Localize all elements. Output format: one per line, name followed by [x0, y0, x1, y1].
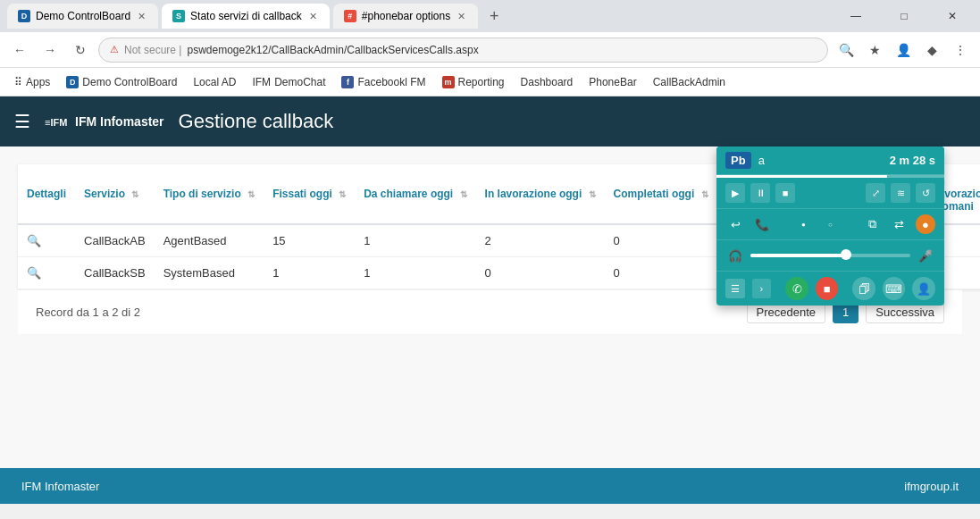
- pb-expand-icon[interactable]: ⤢: [866, 183, 885, 203]
- bookmark-star-icon[interactable]: ★: [862, 38, 887, 63]
- pb-arrow-icon[interactable]: ›: [752, 279, 772, 298]
- logo-text: IFM Infomaster: [75, 114, 164, 129]
- bookmark-demo-controlboard[interactable]: D Demo ControlBoard: [59, 73, 184, 91]
- extension-icon[interactable]: ◆: [919, 38, 944, 63]
- search-browser-icon[interactable]: 🔍: [833, 38, 859, 63]
- close-button[interactable]: ✕: [932, 2, 973, 30]
- pb-dialpad-icon[interactable]: ⌨: [883, 277, 906, 300]
- more-options-icon[interactable]: ⋮: [948, 38, 973, 63]
- row1-detail-icon[interactable]: 🔍: [18, 224, 75, 257]
- pb-volume-row: 🎧 🎤: [716, 240, 944, 272]
- pb-refresh-icon[interactable]: ↺: [916, 183, 935, 203]
- col-in-lavorazione[interactable]: In lavorazione oggi ⇅: [476, 164, 605, 224]
- reporting-label: Reporting: [458, 76, 505, 88]
- sort-servizio-icon: ⇅: [131, 189, 138, 199]
- pb-stop-button[interactable]: ■: [775, 183, 795, 203]
- col-da-chiamare[interactable]: Da chiamare oggi ⇅: [355, 164, 475, 224]
- pb-signal-icon[interactable]: ≋: [891, 183, 910, 203]
- maximize-button[interactable]: □: [884, 2, 925, 30]
- dashboard-label: Dashboard: [521, 76, 574, 88]
- pb-copy-icon[interactable]: ⧉: [862, 214, 882, 234]
- pb-play-button[interactable]: ▶: [725, 183, 745, 203]
- ifm-logo-icon: ≡IFM: [45, 113, 70, 130]
- bookmark-local-ad[interactable]: Local AD: [186, 73, 243, 91]
- pb-hangup-button[interactable]: ■: [816, 277, 839, 300]
- demo-controlboard-favicon: D: [66, 76, 79, 88]
- bookmark-demochat[interactable]: IFM DemoChat: [245, 73, 332, 91]
- col-fissati[interactable]: Fissati oggi ⇅: [264, 164, 355, 224]
- pb-page-icon[interactable]: 🗍: [852, 277, 875, 300]
- tab2-label: Stato servizi di callback: [190, 10, 302, 22]
- bookmark-apps[interactable]: ⠿ Apps: [7, 73, 57, 91]
- window-controls: — □ ✕: [835, 2, 973, 30]
- pb-volume-fill: [750, 254, 846, 257]
- row1-tipo: AgentBased: [155, 224, 264, 257]
- pb-phone-icon[interactable]: 📞: [752, 214, 772, 234]
- hamburger-menu[interactable]: ☰: [14, 111, 30, 132]
- facebooklfm-label: Facebookl FM: [357, 76, 425, 88]
- tab1-close[interactable]: ✕: [136, 9, 147, 24]
- apps-label: Apps: [26, 76, 50, 88]
- browser-title-bar: D Demo ControlBoard ✕ S Stato servizi di…: [0, 0, 980, 32]
- row2-detail-icon[interactable]: 🔍: [18, 257, 75, 289]
- bookmark-phonebar[interactable]: PhoneBar: [582, 73, 643, 91]
- pb-icons-row: ↩ 📞 ● ○ ⧉ ⇄ ●: [716, 209, 944, 240]
- demochat-label: IFM: [252, 76, 271, 88]
- pb-answer-button[interactable]: ✆: [785, 277, 808, 300]
- row1-in-lavorazione: 2: [476, 224, 605, 257]
- tab1-icon: D: [18, 10, 30, 22]
- row1-da-chiamare: 1: [355, 224, 475, 257]
- col-completati[interactable]: Completati oggi ⇅: [605, 164, 717, 224]
- pb-active-icon[interactable]: ●: [916, 214, 935, 234]
- pb-menu-icon[interactable]: ☰: [725, 279, 745, 298]
- row2-servizio: CallBackSB: [75, 257, 155, 289]
- pb-headphone-icon[interactable]: 🎧: [725, 246, 745, 265]
- pb-transfer-icon[interactable]: ⇄: [889, 214, 909, 234]
- security-icon: ⚠: [110, 44, 119, 55]
- pb-mic-icon[interactable]: 🎤: [916, 246, 935, 265]
- pb-contacts-icon[interactable]: 👤: [912, 277, 935, 300]
- row1-servizio: CallBackAB: [75, 224, 155, 257]
- pb-volume-slider[interactable]: [750, 254, 910, 257]
- app-logo: ≡IFM IFM Infomaster: [45, 113, 164, 130]
- tab3-icon: #: [344, 10, 356, 22]
- back-button[interactable]: ←: [7, 38, 32, 63]
- browser-tab-2[interactable]: S Stato servizi di callback ✕: [162, 4, 330, 29]
- col-tipo[interactable]: Tipo di servizio ⇅: [155, 164, 264, 224]
- reporting-favicon: m: [442, 76, 455, 88]
- bookmark-callbackadmin[interactable]: CallBackAdmin: [646, 73, 733, 91]
- minimize-button[interactable]: —: [835, 2, 876, 30]
- phonebar-label: PhoneBar: [589, 76, 636, 88]
- profile-icon[interactable]: 👤: [891, 38, 916, 63]
- browser-action-icons: 🔍 ★ 👤 ◆ ⋮: [833, 38, 973, 63]
- facebook-favicon: f: [341, 76, 354, 88]
- row2-fissati: 1: [264, 257, 355, 289]
- reload-button[interactable]: ↻: [68, 38, 93, 63]
- pb-volume-thumb: [841, 249, 851, 260]
- forward-button[interactable]: →: [38, 38, 63, 63]
- apps-icon: ⠿: [14, 76, 22, 88]
- tab2-close[interactable]: ✕: [307, 9, 319, 24]
- tab3-close[interactable]: ✕: [456, 9, 467, 24]
- pb-circle-icon[interactable]: ○: [821, 214, 841, 234]
- pb-call-row: ☰ › ✆ ■ 🗍 ⌨ 👤: [716, 272, 944, 306]
- row2-in-lavorazione: 0: [476, 257, 605, 289]
- address-bar[interactable]: ⚠ Not secure | pswdemoge2k12/CallBackAdm…: [98, 38, 828, 63]
- sort-tipo-icon: ⇅: [247, 189, 255, 199]
- pb-pause-button[interactable]: ⏸: [750, 183, 770, 203]
- pb-logo: Pb: [725, 152, 751, 169]
- new-tab-button[interactable]: +: [482, 4, 507, 29]
- col-servizio[interactable]: Servizio ⇅: [75, 164, 155, 224]
- pb-dot1-icon[interactable]: ●: [794, 214, 814, 234]
- sort-da-chiamare-icon: ⇅: [460, 189, 467, 199]
- pb-back-icon[interactable]: ↩: [725, 214, 745, 234]
- sort-completati-icon: ⇅: [701, 189, 708, 199]
- row2-tipo: SystemBased: [155, 257, 264, 289]
- record-info: Record da 1 a 2 di 2: [36, 306, 140, 319]
- bookmark-dashboard[interactable]: Dashboard: [514, 73, 581, 91]
- bookmark-reporting[interactable]: m Reporting: [435, 73, 512, 91]
- browser-tab-1[interactable]: D Demo ControlBoard ✕: [7, 4, 158, 29]
- browser-tab-3[interactable]: # #phonebar options ✕: [333, 4, 478, 29]
- bookmark-facebooklfm[interactable]: f Facebookl FM: [334, 73, 432, 91]
- col-dettagli[interactable]: Dettagli: [18, 164, 75, 224]
